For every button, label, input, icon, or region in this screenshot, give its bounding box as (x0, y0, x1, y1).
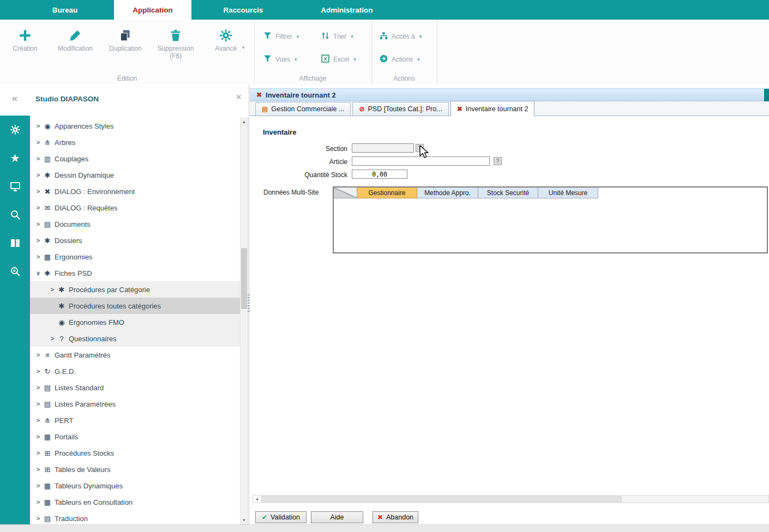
tree-item[interactable]: >▤Listes Paramétrées (30, 396, 240, 412)
validation-button[interactable]: ✔ Validation (255, 511, 307, 523)
close-panel-icon[interactable]: × (236, 92, 242, 103)
chevron-right-icon[interactable]: > (34, 139, 42, 146)
table-corner-cell[interactable] (334, 188, 357, 198)
tab-inventaire-tournant[interactable]: ✖ Inventaire tournant 2 (450, 101, 535, 116)
list-icon: ▤ (42, 400, 53, 408)
chevron-right-icon[interactable]: > (34, 482, 42, 489)
horizontal-scrollbar[interactable]: ◄ (252, 495, 769, 503)
chevron-right-icon[interactable]: > (34, 384, 42, 391)
excel-button[interactable]: X Excel ▾ (321, 53, 356, 66)
tree-item-fiches-psd[interactable]: ∨✱Fiches PSD (30, 265, 240, 281)
chevron-right-icon[interactable]: > (49, 286, 56, 293)
vues-button[interactable]: Vues ▾ (263, 53, 297, 66)
column-header-stock-securite[interactable]: Stock Securité (478, 188, 538, 198)
tree-item[interactable]: >✱Procédures par Catégorie (30, 281, 240, 298)
tree-item[interactable]: >▤Traduction (30, 510, 240, 524)
section-input[interactable] (352, 143, 414, 153)
tree-item[interactable]: >⋔Arbres (30, 134, 240, 150)
chevron-right-icon[interactable]: > (34, 253, 42, 260)
tree-item[interactable]: >▦Portails (30, 428, 240, 445)
tree-item[interactable]: ◉Ergonomies FMO (30, 314, 240, 330)
settings-icon[interactable] (0, 116, 30, 144)
column-header-gestionnaire[interactable]: Gestionnaire (357, 188, 417, 198)
studio-panel: « Studio DIAPASON × ★ >◉Apparences Style… (0, 84, 249, 524)
tree-scrollbar-thumb[interactable] (241, 248, 247, 309)
tree-item-selected[interactable]: ✱Procédures toutes catégories (30, 298, 240, 314)
scroll-left-icon[interactable]: ◄ (253, 495, 262, 503)
chevron-right-icon[interactable]: > (34, 499, 42, 505)
tree-item[interactable]: >▤Documents (30, 216, 240, 232)
article-lookup-button[interactable]: ? (494, 157, 502, 165)
chevron-right-icon[interactable]: > (34, 368, 42, 374)
quantity-input[interactable] (352, 170, 407, 179)
section-lookup-button[interactable]: ? (416, 144, 424, 152)
spreadsheet-icon: ▦ (42, 482, 53, 490)
chevron-right-icon[interactable]: > (34, 172, 42, 178)
chevron-right-icon[interactable]: > (34, 123, 42, 129)
collapse-panel-icon[interactable]: « (12, 93, 17, 104)
tree-item-label: Dossiers (55, 237, 82, 245)
chevron-right-icon[interactable]: > (49, 335, 56, 342)
chevron-right-icon[interactable]: > (34, 466, 42, 473)
chevron-down-icon[interactable]: ∨ (34, 270, 42, 277)
tree-item[interactable]: >▦Ergonomies (30, 249, 240, 265)
actions-button[interactable]: Actions ▾ (379, 53, 420, 66)
chevron-right-icon[interactable]: > (34, 433, 42, 440)
scroll-up-icon[interactable]: ▲ (241, 118, 248, 125)
menu-administration[interactable]: Administration (301, 0, 393, 20)
tree-item[interactable]: >▦Tableurs Dynamiques (30, 477, 240, 494)
chevron-right-icon[interactable]: > (34, 204, 42, 211)
tree-item[interactable]: >⊞Tables de Valeurs (30, 461, 240, 477)
chevron-right-icon[interactable]: > (34, 155, 42, 162)
tab-psd-toutes-cat[interactable]: ⊘ PSD [Toutes Cat.]: Pro... (352, 102, 448, 116)
chevron-right-icon[interactable]: > (34, 237, 42, 244)
acces-a-button[interactable]: Accès à ▾ (379, 30, 422, 43)
column-header-unite-mesure[interactable]: Unité Mesure (538, 188, 598, 198)
chevron-right-icon[interactable]: > (34, 188, 42, 195)
scroll-down-icon[interactable]: ▼ (241, 517, 248, 524)
tree-item[interactable]: >◉Apparences Styles (30, 118, 240, 134)
section-label: Section (263, 145, 347, 153)
horizontal-scrollbar-thumb[interactable] (262, 496, 622, 502)
explore-search-icon[interactable] (0, 257, 30, 286)
tree-item-label: DIALOG : Requêtes (55, 204, 118, 212)
tab-gestion-commerciale[interactable]: ▤ Gestion Commerciale ... (255, 102, 351, 116)
tree-item[interactable]: >✉DIALOG : Requêtes (30, 200, 240, 216)
tree-item[interactable]: >↻G.E.D. (30, 363, 240, 379)
tree-item[interactable]: >⋔PERT (30, 412, 240, 428)
tree-item[interactable]: >✖DIALOG : Environnement (30, 183, 240, 200)
tree-item[interactable]: >✱Dossiers (30, 232, 240, 249)
trier-button[interactable]: Trier ▾ (321, 30, 353, 43)
search-icon[interactable] (0, 201, 30, 229)
chevron-right-icon[interactable]: > (34, 221, 42, 227)
tree-item[interactable]: >⊞Procédures Stocks (30, 445, 240, 461)
abandon-button[interactable]: ✖ Abandon (373, 511, 418, 523)
article-input[interactable] (352, 156, 490, 166)
aide-button[interactable]: Aide (311, 511, 363, 523)
chevron-right-icon[interactable]: > (34, 515, 42, 522)
menu-application[interactable]: Application (114, 0, 191, 20)
tree-scrollbar[interactable]: ▲ ▼ (240, 118, 248, 524)
trier-label: Trier (333, 33, 346, 40)
column-header-methode-appro[interactable]: Methode Appro. (417, 188, 478, 198)
chevron-right-icon[interactable]: > (34, 401, 42, 407)
avance-dropdown-icon[interactable]: ▾ (242, 45, 245, 50)
sort-icon (321, 31, 330, 42)
tree-item[interactable]: >✱Dessin Dynamique (30, 167, 240, 183)
tree-item[interactable]: >?Questionnaires (30, 330, 240, 347)
filtrer-button[interactable]: Filtrer ▾ (263, 30, 299, 43)
chevron-right-icon[interactable]: > (34, 417, 42, 424)
books-icon: ▤ (262, 106, 268, 112)
menu-bureau[interactable]: Bureau (32, 0, 98, 20)
columns-icon[interactable] (0, 229, 30, 257)
tree-item[interactable]: >▦Tableurs en Consultation (30, 494, 240, 510)
tree-item[interactable]: >▥Couplages (30, 150, 240, 167)
menu-raccourcis[interactable]: Raccourcis (211, 0, 276, 20)
tree-item[interactable]: >▤Listes Standard (30, 379, 240, 396)
favorites-star-icon[interactable]: ★ (0, 144, 30, 172)
tree-item-label: Couplages (55, 155, 88, 163)
chevron-right-icon[interactable]: > (34, 352, 42, 358)
monitor-icon[interactable] (0, 172, 30, 201)
chevron-right-icon[interactable]: > (34, 450, 42, 456)
tree-item[interactable]: >≡Gantt Paramétrés (30, 347, 240, 363)
